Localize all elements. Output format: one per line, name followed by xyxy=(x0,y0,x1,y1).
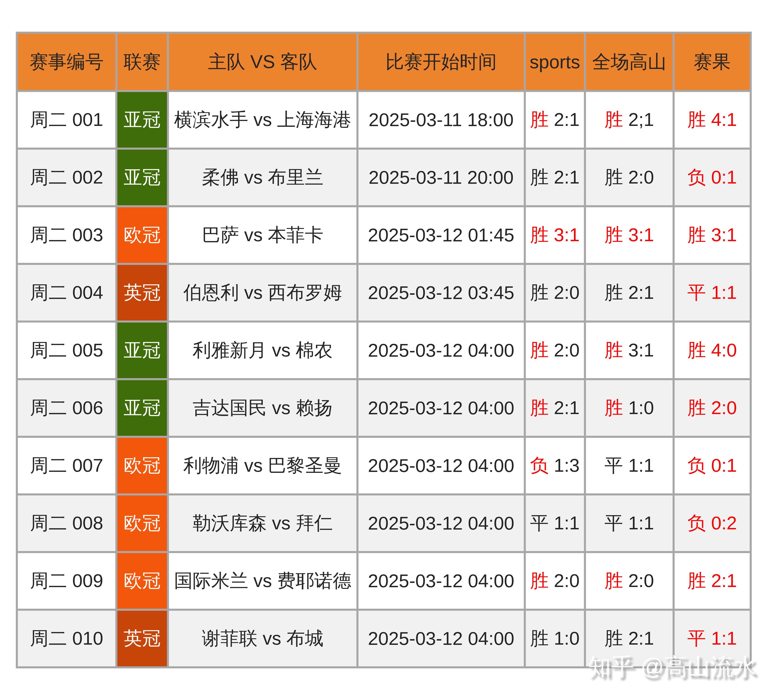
match-id-cell: 周二 005 xyxy=(17,322,117,379)
result-cell: 胜 3:1 xyxy=(674,207,751,264)
league-badge: 亚冠 xyxy=(117,322,168,379)
fulltime-pick-cell: 胜 3:1 xyxy=(585,322,674,379)
match-teams-cell: 伯恩利 vs 西布罗姆 xyxy=(168,264,357,322)
sports-pick-cell: 胜 2:1 xyxy=(525,91,585,149)
result-cell: 负 0:2 xyxy=(674,495,751,552)
column-header-teams: 主队 VS 客队 xyxy=(168,33,357,91)
league-badge: 亚冠 xyxy=(117,91,168,149)
table-row: 周二 001 亚冠 横滨水手 vs 上海海港 2025-03-11 18:00 … xyxy=(17,91,751,149)
match-teams-cell: 吉达国民 vs 赖扬 xyxy=(168,379,357,437)
fulltime-pick-cell: 胜 2;1 xyxy=(585,91,674,149)
match-id-cell: 周二 003 xyxy=(17,207,117,264)
match-id-cell: 周二 010 xyxy=(17,610,117,667)
table-row: 周二 003 欧冠 巴萨 vs 本菲卡 2025-03-12 01:45 胜 3… xyxy=(17,207,751,264)
result-cell: 负 0:1 xyxy=(674,437,751,495)
league-badge: 英冠 xyxy=(117,610,168,667)
result-cell: 胜 4:1 xyxy=(674,91,751,149)
column-header-match-id: 赛事编号 xyxy=(17,33,117,91)
sports-pick-cell: 胜 2:0 xyxy=(525,264,585,322)
start-time-cell: 2025-03-12 04:00 xyxy=(357,495,525,552)
league-badge: 亚冠 xyxy=(117,149,168,207)
match-id-cell: 周二 007 xyxy=(17,437,117,495)
fulltime-pick-cell: 胜 2:1 xyxy=(585,264,674,322)
match-id-cell: 周二 004 xyxy=(17,264,117,322)
start-time-cell: 2025-03-12 04:00 xyxy=(357,610,525,667)
result-cell: 平 1:1 xyxy=(674,610,751,667)
match-teams-cell: 横滨水手 vs 上海海港 xyxy=(168,91,357,149)
result-cell: 胜 4:0 xyxy=(674,322,751,379)
column-header-fulltime: 全场高山 xyxy=(585,33,674,91)
column-header-result: 赛果 xyxy=(674,33,751,91)
match-teams-cell: 利雅新月 vs 棉农 xyxy=(168,322,357,379)
match-results-table: 赛事编号 联赛 主队 VS 客队 比赛开始时间 sports 全场高山 赛果 周… xyxy=(16,32,752,668)
fulltime-pick-cell: 胜 2:0 xyxy=(585,552,674,610)
sports-pick-cell: 胜 2:0 xyxy=(525,322,585,379)
start-time-cell: 2025-03-11 18:00 xyxy=(357,91,525,149)
table-row: 周二 005 亚冠 利雅新月 vs 棉农 2025-03-12 04:00 胜 … xyxy=(17,322,751,379)
header-row: 赛事编号 联赛 主队 VS 客队 比赛开始时间 sports 全场高山 赛果 xyxy=(17,33,751,91)
table-row: 周二 010 英冠 谢菲联 vs 布城 2025-03-12 04:00 胜 1… xyxy=(17,610,751,667)
match-id-cell: 周二 001 xyxy=(17,91,117,149)
match-teams-cell: 国际米兰 vs 费耶诺德 xyxy=(168,552,357,610)
match-teams-cell: 巴萨 vs 本菲卡 xyxy=(168,207,357,264)
start-time-cell: 2025-03-11 20:00 xyxy=(357,149,525,207)
table-row: 周二 009 欧冠 国际米兰 vs 费耶诺德 2025-03-12 04:00 … xyxy=(17,552,751,610)
match-id-cell: 周二 009 xyxy=(17,552,117,610)
start-time-cell: 2025-03-12 04:00 xyxy=(357,552,525,610)
column-header-sports: sports xyxy=(525,33,585,91)
fulltime-pick-cell: 平 1:1 xyxy=(585,437,674,495)
sports-pick-cell: 胜 2:1 xyxy=(525,149,585,207)
column-header-start-time: 比赛开始时间 xyxy=(357,33,525,91)
match-id-cell: 周二 008 xyxy=(17,495,117,552)
league-badge: 亚冠 xyxy=(117,379,168,437)
league-badge: 欧冠 xyxy=(117,552,168,610)
sports-pick-cell: 负 1:3 xyxy=(525,437,585,495)
match-id-cell: 周二 006 xyxy=(17,379,117,437)
league-badge: 欧冠 xyxy=(117,207,168,264)
result-cell: 负 0:1 xyxy=(674,149,751,207)
table-row: 周二 007 欧冠 利物浦 vs 巴黎圣曼 2025-03-12 04:00 负… xyxy=(17,437,751,495)
result-cell: 胜 2:1 xyxy=(674,552,751,610)
league-badge: 欧冠 xyxy=(117,437,168,495)
start-time-cell: 2025-03-12 04:00 xyxy=(357,437,525,495)
sports-pick-cell: 胜 2:0 xyxy=(525,552,585,610)
start-time-cell: 2025-03-12 01:45 xyxy=(357,207,525,264)
sports-pick-cell: 胜 3:1 xyxy=(525,207,585,264)
fulltime-pick-cell: 胜 2:1 xyxy=(585,610,674,667)
match-teams-cell: 勒沃库森 vs 拜仁 xyxy=(168,495,357,552)
match-id-cell: 周二 002 xyxy=(17,149,117,207)
result-cell: 胜 2:0 xyxy=(674,379,751,437)
start-time-cell: 2025-03-12 04:00 xyxy=(357,322,525,379)
sports-pick-cell: 胜 1:0 xyxy=(525,610,585,667)
fulltime-pick-cell: 平 1:1 xyxy=(585,495,674,552)
league-badge: 欧冠 xyxy=(117,495,168,552)
match-teams-cell: 谢菲联 vs 布城 xyxy=(168,610,357,667)
start-time-cell: 2025-03-12 03:45 xyxy=(357,264,525,322)
sports-pick-cell: 平 1:1 xyxy=(525,495,585,552)
fulltime-pick-cell: 胜 3:1 xyxy=(585,207,674,264)
table-row: 周二 006 亚冠 吉达国民 vs 赖扬 2025-03-12 04:00 胜 … xyxy=(17,379,751,437)
table-row: 周二 008 欧冠 勒沃库森 vs 拜仁 2025-03-12 04:00 平 … xyxy=(17,495,751,552)
column-header-league: 联赛 xyxy=(117,33,168,91)
fulltime-pick-cell: 胜 1:0 xyxy=(585,379,674,437)
table-row: 周二 002 亚冠 柔佛 vs 布里兰 2025-03-11 20:00 胜 2… xyxy=(17,149,751,207)
start-time-cell: 2025-03-12 04:00 xyxy=(357,379,525,437)
match-teams-cell: 利物浦 vs 巴黎圣曼 xyxy=(168,437,357,495)
sports-pick-cell: 胜 2:1 xyxy=(525,379,585,437)
fulltime-pick-cell: 胜 2:0 xyxy=(585,149,674,207)
result-cell: 平 1:1 xyxy=(674,264,751,322)
match-teams-cell: 柔佛 vs 布里兰 xyxy=(168,149,357,207)
table-row: 周二 004 英冠 伯恩利 vs 西布罗姆 2025-03-12 03:45 胜… xyxy=(17,264,751,322)
league-badge: 英冠 xyxy=(117,264,168,322)
